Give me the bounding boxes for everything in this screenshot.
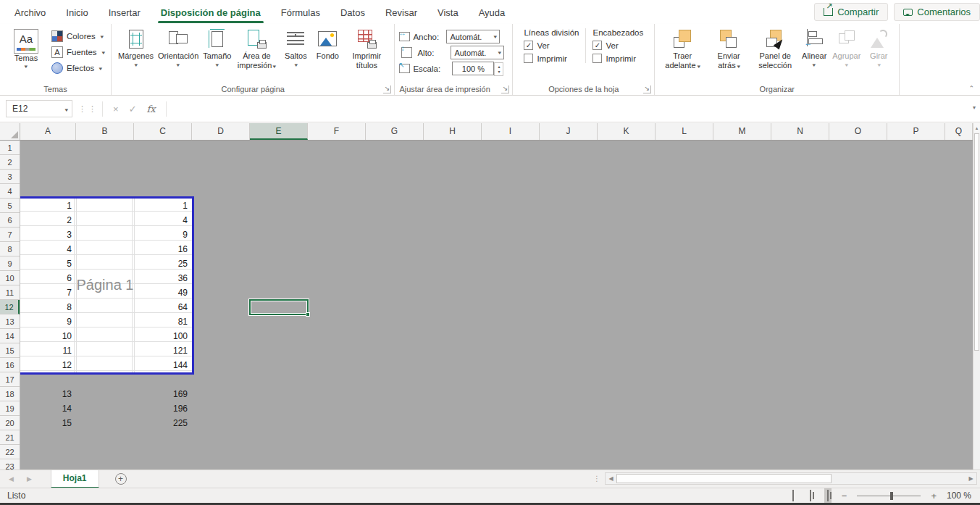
- column-header-B[interactable]: B: [76, 123, 134, 140]
- row-header-3[interactable]: 3: [0, 170, 20, 184]
- cell-A16[interactable]: 12: [20, 358, 76, 372]
- encabezados-imprimir-checkbox[interactable]: Imprimir: [592, 54, 643, 63]
- scrollbar-splitter[interactable]: ⋮: [593, 475, 600, 483]
- checked-checkbox-icon[interactable]: ✓: [592, 41, 602, 50]
- fill-handle[interactable]: [306, 312, 310, 317]
- cell-A5[interactable]: 1: [20, 199, 76, 213]
- cell-C9[interactable]: 25: [134, 256, 192, 271]
- cell-A7[interactable]: 3: [20, 228, 76, 242]
- row-header-11[interactable]: 11: [0, 285, 20, 300]
- cell-A13[interactable]: 9: [20, 314, 76, 329]
- grid-canvas[interactable]: Página 112345678910111213141514916253649…: [20, 141, 973, 469]
- scale-spinner[interactable]: 100 %▴▾: [452, 62, 494, 75]
- column-header-J[interactable]: J: [540, 123, 598, 140]
- row-header-4[interactable]: 4: [0, 184, 20, 199]
- unchecked-checkbox-icon[interactable]: [592, 54, 602, 63]
- cell-A9[interactable]: 5: [20, 256, 76, 271]
- row-header-19[interactable]: 19: [0, 401, 20, 416]
- tab-revisar[interactable]: Revisar: [375, 1, 427, 23]
- cell-C18[interactable]: 169: [134, 387, 192, 401]
- tab-formulas[interactable]: Fórmulas: [271, 1, 330, 23]
- zoom-out-button[interactable]: −: [842, 491, 847, 501]
- align-button[interactable]: ←Alinear▾: [798, 26, 830, 69]
- column-header-N[interactable]: N: [771, 123, 829, 140]
- scroll-up-icon[interactable]: ▴: [973, 123, 980, 133]
- column-header-Q[interactable]: Q: [945, 123, 973, 140]
- bring-forward-button[interactable]: Traer adelante▾: [659, 26, 705, 72]
- vertical-scroll-thumb[interactable]: [974, 133, 979, 351]
- formula-bar-splitter[interactable]: ⋮ ⋮: [78, 104, 96, 114]
- cell-C12[interactable]: 64: [134, 300, 192, 314]
- page-layout-view-button[interactable]: [807, 488, 814, 503]
- cell-C10[interactable]: 36: [134, 271, 192, 285]
- dialog-launcher-scale-to-fit[interactable]: ↘: [501, 85, 509, 93]
- row-header-17[interactable]: 17: [0, 372, 20, 387]
- column-header-K[interactable]: K: [598, 123, 656, 140]
- row-header-5[interactable]: 5: [0, 199, 20, 213]
- cell-A14[interactable]: 10: [20, 329, 76, 343]
- margins-button[interactable]: Márgenes▾: [116, 26, 156, 69]
- cell-C16[interactable]: 144: [134, 358, 192, 372]
- cell-A18[interactable]: 13: [20, 387, 76, 401]
- name-box[interactable]: E12 ▾: [6, 100, 72, 117]
- tab-archivo[interactable]: Archivo: [4, 1, 56, 23]
- column-header-O[interactable]: O: [829, 123, 887, 140]
- row-header-6[interactable]: 6: [0, 213, 20, 228]
- new-sheet-button[interactable]: +: [115, 473, 127, 485]
- cell-C13[interactable]: 81: [134, 314, 192, 329]
- row-header-20[interactable]: 20: [0, 416, 20, 430]
- cell-A19[interactable]: 14: [20, 401, 76, 416]
- themes-button[interactable]: Aa Temas ▾: [7, 26, 45, 69]
- checked-checkbox-icon[interactable]: ✓: [524, 41, 533, 50]
- share-button[interactable]: Compartir: [814, 3, 888, 21]
- width-dropdown[interactable]: Automát.▾: [446, 30, 500, 43]
- cell-A15[interactable]: 11: [20, 343, 76, 358]
- selection-pane-button[interactable]: Panel de selección: [752, 26, 798, 72]
- row-header-22[interactable]: 22: [0, 445, 20, 459]
- print-titles-button[interactable]: Imprimir títulos: [343, 26, 390, 72]
- scroll-left-icon[interactable]: ◀: [606, 473, 616, 484]
- column-header-A[interactable]: A: [20, 123, 76, 140]
- cell-A20[interactable]: 15: [20, 416, 76, 430]
- tab-ayuda[interactable]: Ayuda: [469, 1, 516, 23]
- tab-inicio[interactable]: Inicio: [56, 1, 98, 23]
- page-break-preview-button[interactable]: [824, 488, 832, 503]
- dialog-launcher-sheet-options[interactable]: ↘: [643, 85, 651, 93]
- zoom-slider[interactable]: [857, 491, 921, 501]
- sheet-tab-hoja1[interactable]: Hoja1: [51, 470, 99, 488]
- height-dropdown[interactable]: Automát.▾: [451, 46, 504, 59]
- column-header-I[interactable]: I: [482, 123, 540, 140]
- cell-C14[interactable]: 100: [134, 329, 192, 343]
- row-header-7[interactable]: 7: [0, 228, 20, 242]
- row-header-23[interactable]: 23: [0, 459, 20, 469]
- cell-C15[interactable]: 121: [134, 343, 192, 358]
- tab-datos[interactable]: Datos: [330, 1, 375, 23]
- cell-C5[interactable]: 1: [134, 199, 192, 213]
- cell-C11[interactable]: 49: [134, 285, 192, 300]
- cell-A10[interactable]: 6: [20, 271, 76, 285]
- next-sheet-icon[interactable]: ▶: [18, 475, 41, 483]
- fonts-button[interactable]: AFuentes▾: [49, 45, 106, 59]
- cell-C20[interactable]: 225: [134, 416, 192, 430]
- encabezados-ver-checkbox[interactable]: ✓Ver: [592, 41, 643, 50]
- breaks-button[interactable]: Saltos▾: [280, 26, 311, 69]
- tab-insertar[interactable]: Insertar: [99, 1, 151, 23]
- spinner-arrows-icon[interactable]: ▴▾: [494, 62, 503, 76]
- send-backward-button[interactable]: Enviar atrás▾: [705, 26, 752, 72]
- row-header-13[interactable]: 13: [0, 314, 20, 329]
- column-header-E[interactable]: E: [250, 123, 308, 140]
- column-header-C[interactable]: C: [134, 123, 192, 140]
- horizontal-scrollbar[interactable]: ◀ ▶: [605, 472, 977, 485]
- l-neas-divisi-n-imprimir-checkbox[interactable]: Imprimir: [524, 54, 579, 63]
- enter-check-icon[interactable]: ✓: [129, 104, 137, 114]
- row-header-21[interactable]: 21: [0, 430, 20, 445]
- expand-formula-bar-icon[interactable]: ▾: [973, 104, 976, 111]
- row-header-1[interactable]: 1: [0, 141, 20, 155]
- cell-A12[interactable]: 8: [20, 300, 76, 314]
- zoom-level[interactable]: 100 %: [947, 491, 979, 501]
- column-header-P[interactable]: P: [887, 123, 945, 140]
- background-button[interactable]: Fondo: [311, 26, 343, 62]
- row-header-14[interactable]: 14: [0, 329, 20, 343]
- row-header-2[interactable]: 2: [0, 155, 20, 170]
- column-header-D[interactable]: D: [192, 123, 250, 140]
